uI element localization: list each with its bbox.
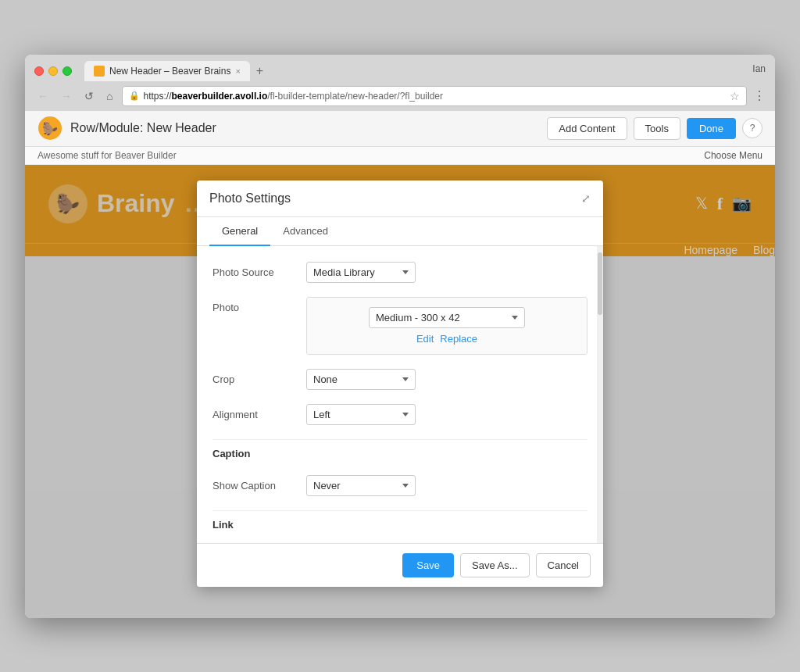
traffic-lights [34,66,72,76]
photo-box: Medium - 300 x 42 Thumbnail - 150 x 150 … [306,297,588,355]
tab-advanced[interactable]: Advanced [270,217,341,246]
photo-source-label: Photo Source [212,262,306,278]
photo-row: Photo Medium - 300 x 42 Thumbnail - 150 … [212,297,588,355]
link-section-header: Link [212,510,588,537]
address-text: https://beaverbuilder.avoll.io/fl-builde… [143,91,443,102]
tab-close-icon[interactable]: × [235,66,240,76]
modal-overlay: Photo Settings ⤢ General Advanced [25,165,775,618]
tab-title: New Header – Beaver Brains [109,66,230,77]
photo-control: Medium - 300 x 42 Thumbnail - 150 x 150 … [306,297,588,355]
tools-button[interactable]: Tools [634,117,680,140]
photo-source-row: Photo Source Media Library URL [212,262,588,283]
modal-body: Photo Source Media Library URL Photo [197,246,603,543]
photo-replace-link[interactable]: Replace [440,333,477,345]
sub-toolbar: Awesome stuff for Beaver Builder Choose … [25,147,775,165]
cms-page-title: Row/Module: New Header [70,121,216,135]
modal-footer: Save Save As... Cancel [197,543,603,587]
photo-settings-modal: Photo Settings ⤢ General Advanced [197,181,603,587]
modal-header: Photo Settings ⤢ [197,181,603,217]
alignment-select[interactable]: Left Center Right [306,404,416,425]
refresh-button[interactable]: ↺ [81,88,97,104]
expand-icon[interactable]: ⤢ [581,192,591,205]
alignment-label: Alignment [212,404,306,420]
bookmark-icon[interactable]: ☆ [730,90,740,102]
address-path: /fl-builder-template/new-header/?fl_buil… [267,91,443,102]
crop-label: Crop [212,369,306,385]
cms-actions: Add Content Tools Done ? [547,117,762,140]
scrollbar-thumb [598,252,602,315]
tab-general[interactable]: General [209,217,270,246]
alignment-control: Left Center Right [306,404,588,425]
minimize-button[interactable] [48,66,58,76]
title-bar: New Header – Beaver Brains × + Ian [25,55,775,81]
browser-window: New Header – Beaver Brains × + Ian ← → ↺… [25,55,775,618]
photo-actions: Edit Replace [416,333,477,345]
show-caption-row: Show Caption Never Always On Hover [212,475,588,496]
done-button[interactable]: Done [687,118,736,139]
cancel-button[interactable]: Cancel [536,553,591,577]
tagline-text: Awesome stuff for Beaver Builder [38,150,177,161]
crop-row: Crop None Custom Square [212,369,588,390]
crop-select[interactable]: None Custom Square [306,369,416,390]
save-as-button[interactable]: Save As... [460,553,530,577]
save-button[interactable]: Save [402,553,454,577]
tab-favicon [94,66,105,77]
modal-tabs: General Advanced [197,217,603,246]
address-protocol: https:// [143,91,171,102]
photo-size-select[interactable]: Medium - 300 x 42 Thumbnail - 150 x 150 … [369,307,525,328]
browser-tab[interactable]: New Header – Beaver Brains × [84,61,250,81]
home-button[interactable]: ⌂ [103,88,116,104]
alignment-row: Alignment Left Center Right [212,404,588,425]
show-caption-select[interactable]: Never Always On Hover [306,475,416,496]
caption-section-header: Caption [212,439,588,466]
back-button[interactable]: ← [34,88,52,104]
address-bar: ← → ↺ ⌂ 🔒 https://beaverbuilder.avoll.io… [25,81,775,111]
modal-title: Photo Settings [209,191,291,206]
address-input[interactable]: 🔒 https://beaverbuilder.avoll.io/fl-buil… [122,86,747,106]
photo-label: Photo [212,297,306,313]
maximize-button[interactable] [62,66,72,76]
forward-button[interactable]: → [58,88,75,104]
help-button[interactable]: ? [742,118,762,138]
close-button[interactable] [34,66,44,76]
site-logo-icon: 🦫 [38,116,62,141]
photo-source-control: Media Library URL [306,262,588,283]
photo-edit-link[interactable]: Edit [416,333,434,345]
cms-toolbar: 🦫 Row/Module: New Header Add Content Too… [25,111,775,147]
show-caption-control: Never Always On Hover [306,475,588,496]
new-tab-button[interactable]: + [250,61,270,81]
browser-menu-icon[interactable]: ⋮ [753,88,766,103]
page-content: 🦫 Brainy … 𝕏 f 📷 Homepage Blog Photo Set… [25,165,775,618]
show-caption-label: Show Caption [212,475,306,491]
crop-control: None Custom Square [306,369,588,390]
choose-menu-link[interactable]: Choose Menu [704,150,762,161]
add-content-button[interactable]: Add Content [547,117,627,140]
scrollbar-track [597,246,603,543]
tab-bar: New Header – Beaver Brains × + [84,61,746,81]
svg-text:🦫: 🦫 [42,121,58,136]
lock-icon: 🔒 [129,91,140,101]
address-domain: beaverbuilder.avoll.io [172,91,268,102]
user-label: Ian [752,63,766,79]
photo-source-select[interactable]: Media Library URL [306,262,416,283]
